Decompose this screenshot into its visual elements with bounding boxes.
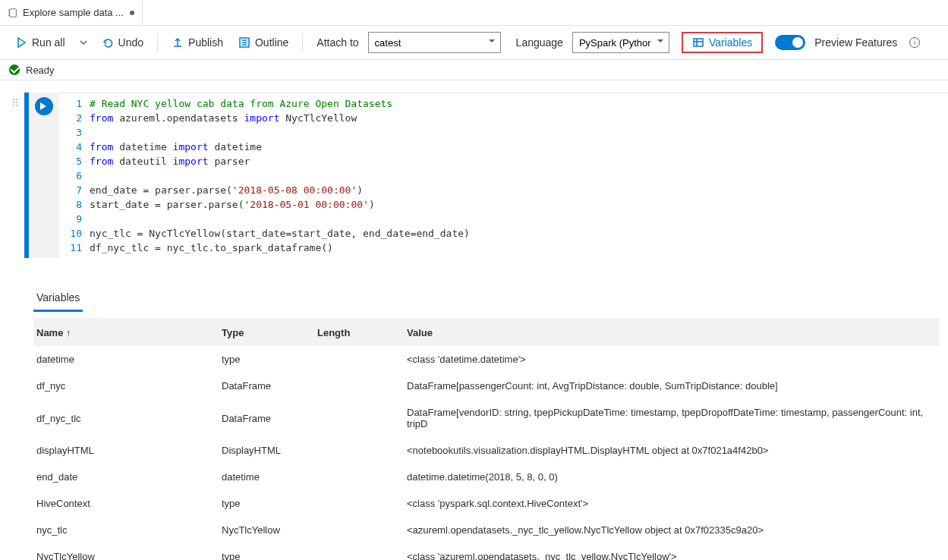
table-row[interactable]: df_nyc_tlcDataFrameDataFrame[vendorID: s…	[33, 399, 939, 437]
variables-button[interactable]: Variables	[682, 32, 763, 53]
col-value[interactable]: Value	[401, 318, 939, 346]
info-icon[interactable]: i	[909, 37, 920, 48]
code-editor[interactable]: 1234567891011 # Read NYC yellow cab data…	[59, 93, 948, 258]
table-row[interactable]: HiveContexttype<class 'pyspark.sql.conte…	[33, 490, 939, 517]
status-ok-icon	[9, 64, 20, 75]
variables-tab[interactable]: Variables	[33, 285, 83, 312]
run-all-chevron[interactable]	[74, 32, 93, 53]
run-cell-button[interactable]	[35, 97, 53, 115]
separator	[157, 33, 158, 52]
language-select[interactable]: PySpark (Python)	[572, 32, 669, 53]
code-content[interactable]: # Read NYC yellow cab data from Azure Op…	[90, 93, 948, 258]
attach-to-select[interactable]: catest	[368, 32, 501, 53]
variables-table: Name Type Length Value datetimetype<clas…	[33, 318, 939, 560]
code-cell: 1234567891011 # Read NYC yellow cab data…	[24, 93, 948, 258]
publish-icon	[172, 36, 184, 49]
language-label: Language	[516, 36, 563, 49]
tab-title: Explore sample data ...	[23, 7, 124, 18]
play-icon	[15, 36, 27, 49]
table-row[interactable]: displayHTMLDisplayHTML<notebookutils.vis…	[33, 437, 939, 464]
drag-handle-icon[interactable]	[9, 93, 21, 258]
table-header-row: Name Type Length Value	[33, 318, 939, 346]
line-numbers: 1234567891011	[59, 93, 90, 258]
editor-tab[interactable]: Explore sample data ...	[0, 0, 143, 25]
publish-button[interactable]: Publish	[165, 32, 229, 53]
outline-icon	[238, 36, 250, 49]
separator	[302, 33, 303, 52]
toolbar: Run all Undo Publish Outline Attach to c…	[0, 26, 948, 59]
attach-to-label: Attach to	[317, 36, 358, 49]
undo-icon	[102, 36, 114, 49]
col-name[interactable]: Name	[33, 318, 216, 346]
col-length[interactable]: Length	[311, 318, 401, 346]
tab-bar: Explore sample data ...	[0, 0, 948, 26]
variables-panel: Variables Name Type Length Value datetim…	[0, 270, 948, 560]
table-row[interactable]: datetimetype<class 'datetime.datetime'>	[33, 346, 939, 373]
table-row[interactable]: nyc_tlcNycTlcYellow<azureml.opendatasets…	[33, 517, 939, 543]
table-row[interactable]: NycTlcYellowtype<class 'azureml.opendata…	[33, 543, 939, 560]
variables-tbody: datetimetype<class 'datetime.datetime'>d…	[33, 346, 939, 560]
table-row[interactable]: df_nycDataFrameDataFrame[passengerCount:…	[33, 373, 939, 399]
table-row[interactable]: end_datedatetimedatetime.datetime(2018, …	[33, 464, 939, 490]
status-text: Ready	[26, 64, 55, 76]
status-bar: Ready	[0, 59, 948, 80]
preview-features-label: Preview Features	[814, 36, 897, 49]
dirty-indicator-icon	[130, 11, 134, 15]
svg-rect-0	[10, 8, 17, 17]
cell-container: 1234567891011 # Read NYC yellow cab data…	[0, 80, 948, 270]
svg-rect-8	[694, 39, 703, 46]
undo-button[interactable]: Undo	[96, 32, 150, 53]
variables-icon	[692, 36, 704, 49]
cell-gutter	[29, 93, 59, 258]
run-all-button[interactable]: Run all	[9, 32, 71, 53]
chevron-down-icon	[77, 36, 90, 49]
preview-features-toggle[interactable]	[775, 35, 805, 50]
notebook-icon	[8, 8, 18, 18]
outline-button[interactable]: Outline	[232, 32, 294, 53]
col-type[interactable]: Type	[216, 318, 311, 346]
